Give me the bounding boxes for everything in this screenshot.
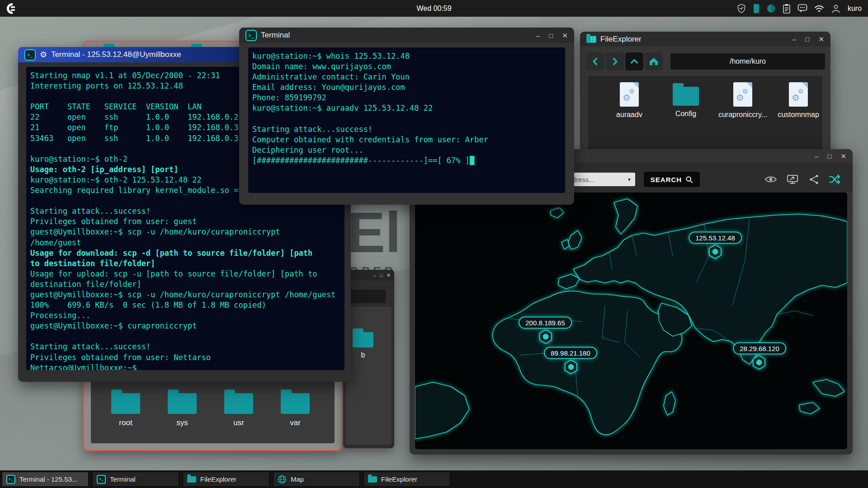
taskbar-item-label: Terminal [110,475,136,483]
file-list-panel: auraadv Config curaproniccry... customnm… [588,76,822,152]
chat-icon[interactable] [797,4,807,13]
taskbar-item-fileexplorer[interactable]: FileExplorer [183,472,269,487]
minimize-button[interactable]: – [793,36,796,42]
terminal-line: Computer obtained with credentials from … [252,135,561,145]
file-item-customnmap[interactable]: customnmap [771,82,826,119]
window-title: FileExplorer [600,35,642,44]
terminal-line: Phone: 859199792 [252,93,561,103]
map-marker-ip[interactable]: 125.53.12.48 [689,232,742,244]
terminal-line: Starting attack...success! [30,342,340,352]
terminal-icon [6,475,15,484]
map-node-hexagon-icon[interactable] [752,355,766,372]
terminal-line: Email address: Youn@qurijayos.com [252,82,561,93]
folder-item-var[interactable]: var [281,389,310,427]
terminal-local-titlebar[interactable]: Terminal – □ ✕ [239,28,574,43]
folder-item-sys[interactable]: sys [168,389,197,427]
eye-icon [764,175,777,184]
back-button[interactable] [586,52,604,70]
home-button[interactable] [645,52,663,70]
shield-check-icon[interactable] [737,4,746,13]
window-buttons: – □ ✕ [793,36,824,42]
folder-label: root [119,418,132,427]
close-button[interactable]: ✕ [387,273,391,278]
map-node-hexagon-icon[interactable] [564,359,578,376]
folder-icon [281,393,310,414]
up-button[interactable] [625,52,643,70]
window-buttons: – □ ✕ [373,273,391,278]
terminal-line: to destination file/folder] [30,258,340,269]
taskbar-item-map[interactable]: Map [273,472,360,487]
maximize-button[interactable]: □ [549,32,553,39]
map-marker-ip[interactable]: 200.8.189.65 [519,317,572,329]
folder-icon [187,476,196,483]
file-item-auraadv[interactable]: auraadv [602,82,656,119]
folder-label: usr [233,418,244,427]
file-explorer-window[interactable]: FileExplorer – □ ✕ /home/kuro auraadv [580,32,830,167]
search-button[interactable]: SEARCH [644,172,700,187]
taskbar-item-terminal[interactable]: Terminal [92,472,179,487]
terminal-output[interactable]: kuro@station:~$ whois 125.53.12.48Domain… [248,47,565,193]
forward-button[interactable] [606,52,624,70]
folder-label: Config [675,110,696,118]
file-label: curaproniccry... [718,111,767,119]
taskbar-item-label: FileExplorer [381,475,417,483]
file-explorer-titlebar[interactable]: FileExplorer – □ ✕ [580,32,830,47]
window-buttons: – □ ✕ [815,153,846,160]
terminal-line: Deciphering user root... [252,145,561,155]
folder-item-usr[interactable]: usr [224,389,253,427]
taskbar-item-terminal-remote[interactable]: Terminal - 125.53... [2,472,89,487]
battery-icon[interactable] [753,4,760,14]
close-button[interactable]: ✕ [562,32,568,39]
file-label: customnmap [778,111,819,119]
wifi-icon[interactable] [814,5,824,13]
minimize-button[interactable]: – [373,273,376,278]
terminal-line: 100% 699.6 KB/s 0 sec (1.8 MB of 1.8 MB … [30,300,340,310]
window-title: Terminal [261,31,290,40]
taskbar-item-fileexplorer-2[interactable]: FileExplorer [363,472,450,487]
close-button[interactable]: ✕ [818,36,824,42]
minimize-button[interactable]: – [815,153,818,160]
file-item-curaproniccrypt[interactable]: curaproniccry... [716,82,770,119]
terminal-line: guest@Uymillboxxe:~$ scp -u /home/kuro/c… [30,290,340,300]
taskbar-item-label: Map [291,475,304,483]
terminal-icon [245,30,257,41]
shuffle-icon [829,174,841,185]
terminal-line: kuro@station:~$ whois 125.53.12.48 [252,51,561,61]
chevron-left-icon [591,57,600,66]
status-circle-icon[interactable] [767,4,776,13]
window-buttons: – □ ✕ [536,32,568,39]
path-field[interactable] [346,290,386,303]
shuffle-button[interactable] [826,172,844,187]
close-button[interactable]: ✕ [840,153,846,160]
folder-item-b[interactable]: b [347,328,379,359]
eye-button[interactable] [762,172,779,187]
terminal-line: [########################------------]==… [252,155,561,166]
world-map-graphic [415,192,847,449]
terminal-line: Usage for download: scp -d [path to sour… [30,248,340,258]
map-marker-ip[interactable]: 89.98.21.180 [544,347,597,359]
map-node-hexagon-icon[interactable] [708,244,722,261]
avatar-icon[interactable] [831,4,841,14]
minimize-button[interactable]: – [536,32,540,39]
folder-item-config[interactable]: Config [659,82,713,118]
path-field[interactable]: /home/kuro [670,53,825,70]
taskbar-item-label: FileExplorer [200,475,236,483]
clipboard-icon[interactable] [783,4,791,14]
folder-icon [368,476,377,483]
gear-icon [629,88,635,94]
terminal-line: Processing... [30,310,340,321]
remote-display-button[interactable] [784,172,801,187]
globe-icon [278,475,287,484]
share-button[interactable] [806,172,823,187]
maximize-button[interactable]: □ [805,36,809,42]
map-marker-ip[interactable]: 28.29.68.120 [733,343,786,355]
terminal-local-window[interactable]: Terminal – □ ✕ kuro@station:~$ whois 125… [239,28,574,205]
terminal-line: Domain name: www.qurijayos.com [252,61,561,72]
folder-icon [168,393,197,414]
maximize-button[interactable]: □ [380,273,383,278]
folder-item-root[interactable]: root [111,389,140,427]
taskbar-item-label: Terminal - 125.53... [19,475,77,483]
maximize-button[interactable]: □ [827,153,831,160]
map-node-hexagon-icon[interactable] [539,329,552,346]
world-map[interactable]: 125.53.12.48 200.8.189.65 89.98.21.180 2… [415,192,847,449]
